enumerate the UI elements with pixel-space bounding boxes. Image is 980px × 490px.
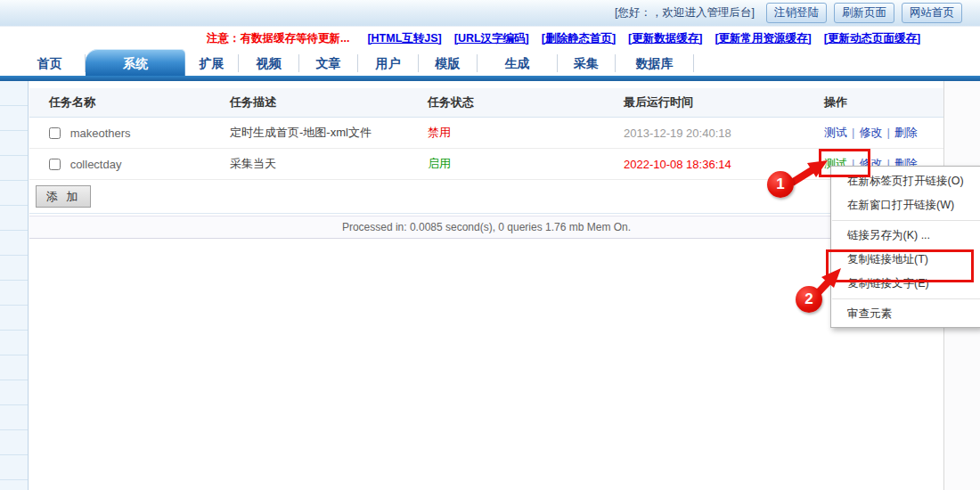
- last-run-time: 2013-12-19 20:40:18: [624, 127, 824, 140]
- col-task-name: 任务名称: [49, 94, 230, 110]
- context-menu: 在新标签页打开链接(O) 在新窗口打开链接(W) 链接另存为(K) ... 复制…: [830, 166, 980, 328]
- row-checkbox[interactable]: [49, 127, 61, 139]
- col-last-run-time: 最后运行时间: [624, 94, 824, 110]
- col-task-status: 任务状态: [428, 94, 624, 110]
- link-update-data-cache[interactable]: [更新数据缓存]: [628, 31, 702, 46]
- menu-item-inspect-element[interactable]: 审查元素: [831, 302, 980, 326]
- top-header-bar: [您好：，欢迎进入管理后台] 注销登陆 刷新页面 网站首页: [0, 0, 980, 27]
- cache-warning-text: 注意：有数据缓存等待更新...: [207, 31, 349, 46]
- link-update-resource-cache[interactable]: [更新常用资源缓存]: [715, 31, 811, 46]
- welcome-text: [您好：，欢迎进入管理后台]: [615, 5, 755, 20]
- processed-info-text: Processed in: 0.0085 second(s), 0 querie…: [342, 221, 631, 233]
- logout-button[interactable]: 注销登陆: [766, 3, 827, 23]
- op-modify[interactable]: 修改: [859, 126, 882, 139]
- op-test[interactable]: 测试: [824, 126, 847, 139]
- divider: [29, 213, 943, 214]
- menu-item-copy-link-address[interactable]: 复制链接地址(T): [831, 248, 980, 272]
- tab-database[interactable]: 数据库: [616, 54, 694, 72]
- main-nav: 首页 系统 扩展 视频 文章 用户 模版 生成 采集 数据库: [0, 50, 980, 76]
- menu-separator: [832, 220, 980, 221]
- menu-item-open-new-window[interactable]: 在新窗口打开链接(W): [831, 193, 980, 217]
- link-update-dynamic-cache[interactable]: [更新动态页面缓存]: [824, 31, 920, 46]
- menu-separator: [832, 298, 980, 299]
- tab-collect[interactable]: 采集: [558, 54, 616, 72]
- status-badge: 启用: [428, 156, 624, 172]
- table-row: collectday 采集当天 启用 2022-10-08 18:36:14 测…: [29, 149, 943, 180]
- tab-user[interactable]: 用户: [358, 54, 419, 72]
- col-operations: 操作: [824, 94, 943, 110]
- task-name: makeothers: [70, 127, 131, 140]
- task-name: collectday: [70, 158, 122, 171]
- table-row: makeothers 定时生成首页-地图-xml文件 禁用 2013-12-19…: [29, 118, 943, 149]
- task-desc: 定时生成首页-地图-xml文件: [230, 125, 428, 141]
- status-bar: Processed in: 0.0085 second(s), 0 querie…: [29, 216, 943, 239]
- tab-extend[interactable]: 扩展: [185, 54, 239, 72]
- op-delete[interactable]: 删除: [894, 126, 918, 139]
- last-run-time: 2022-10-08 18:36:14: [624, 158, 824, 171]
- tab-generate[interactable]: 生成: [478, 54, 558, 72]
- table-header-row: 任务名称 任务描述 任务状态 最后运行时间 操作: [29, 88, 943, 118]
- site-home-button[interactable]: 网站首页: [902, 3, 962, 23]
- link-html-to-js[interactable]: [HTML互转JS]: [367, 31, 441, 46]
- link-url-encode[interactable]: [URL汉字编码]: [454, 31, 529, 46]
- menu-item-save-link-as[interactable]: 链接另存为(K) ...: [831, 224, 980, 248]
- task-panel: 任务名称 任务描述 任务状态 最后运行时间 操作 makeothers 定时生成…: [29, 81, 944, 490]
- add-task-button[interactable]: 添 加: [36, 185, 91, 208]
- task-desc: 采集当天: [230, 156, 428, 172]
- tab-video[interactable]: 视频: [239, 54, 299, 72]
- menu-item-copy-link-text[interactable]: 复制链接文字(E): [831, 272, 980, 296]
- notice-row: 注意：有数据缓存等待更新... [HTML互转JS] [URL汉字编码] [删除…: [0, 27, 980, 50]
- link-delete-static-home[interactable]: [删除静态首页]: [542, 31, 616, 46]
- tab-home[interactable]: 首页: [14, 54, 86, 72]
- col-task-desc: 任务描述: [230, 94, 428, 110]
- row-checkbox[interactable]: [49, 159, 61, 170]
- status-badge: 禁用: [428, 125, 624, 141]
- tab-template[interactable]: 模版: [419, 54, 478, 72]
- refresh-page-button[interactable]: 刷新页面: [834, 3, 894, 23]
- tab-article[interactable]: 文章: [299, 54, 358, 72]
- left-collapsed-menu-strip: [0, 81, 29, 490]
- tab-system[interactable]: 系统: [86, 49, 185, 76]
- menu-item-open-new-tab[interactable]: 在新标签页打开链接(O): [831, 169, 980, 193]
